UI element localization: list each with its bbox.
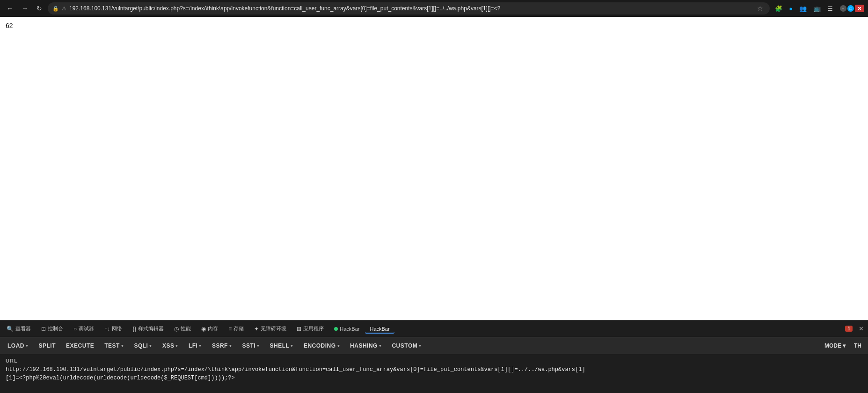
execute-button[interactable]: EXECUTE	[61, 341, 99, 351]
lfi-button[interactable]: LFI ▾	[184, 341, 206, 351]
xss-arrow: ▾	[175, 343, 178, 348]
xss-button[interactable]: XSS ▾	[158, 341, 183, 351]
tab-performance[interactable]: ◷ 性能	[169, 323, 196, 334]
performance-icon: ◷	[174, 326, 179, 332]
url-label: URL	[6, 358, 862, 364]
hashing-label: HASHING	[350, 342, 378, 349]
tab-console-label: 控制台	[48, 325, 63, 332]
hashing-arrow: ▾	[379, 343, 382, 348]
tab-debugger-label: 调试器	[79, 325, 94, 332]
reload-button[interactable]: ↻	[34, 3, 45, 14]
maximize-button[interactable]: □	[847, 5, 854, 12]
lfi-label: LFI	[189, 342, 198, 349]
bookmark-button[interactable]: ☆	[755, 4, 765, 13]
style-icon: {}	[132, 326, 136, 332]
mode-label: MODE	[824, 342, 841, 349]
apps-button[interactable]: ☰	[825, 4, 835, 14]
split-button[interactable]: SPLIT	[34, 341, 61, 351]
tab-env-label: 无障碍环境	[261, 325, 286, 332]
th-label: TH	[854, 342, 861, 349]
encoding-label: ENCODING	[304, 342, 336, 349]
tab-inspector-label: 查看器	[15, 325, 31, 332]
hashing-button[interactable]: HASHING ▾	[345, 341, 386, 351]
tab-memory-label: 内存	[208, 325, 218, 332]
tab-hackbar-icon[interactable]: HackBar	[329, 324, 364, 334]
url-text-line1: http://192.168.100.131/vulntarget/public…	[6, 366, 585, 373]
sqli-button[interactable]: SQLI ▾	[129, 341, 157, 351]
load-arrow: ▾	[26, 343, 29, 348]
tab-network[interactable]: ↑↓ 网络	[100, 323, 127, 334]
xss-label: XSS	[162, 342, 175, 349]
tab-memory[interactable]: ◉ 内存	[197, 323, 223, 334]
debugger-icon: ○	[73, 326, 77, 332]
devtools-right: 1 ✕	[845, 324, 866, 334]
close-button[interactable]: 🗙	[855, 5, 864, 12]
tab-style-editor[interactable]: {} 样式编辑器	[128, 323, 168, 334]
forward-button[interactable]: →	[19, 3, 31, 14]
hackbar-dot-icon	[334, 327, 338, 331]
tab-network-label: 网络	[112, 325, 122, 332]
env-icon: ✦	[254, 326, 259, 332]
hackbar-toolbar: LOAD ▾ SPLIT EXECUTE TEST ▾ SQLI ▾ XSS ▾…	[0, 337, 868, 354]
url-section: URL http://192.168.100.131/vulntarget/pu…	[0, 354, 868, 393]
tab-apps-label: 应用程序	[303, 325, 324, 332]
tab-storage-label: 存储	[233, 325, 244, 332]
tab-performance-label: 性能	[181, 325, 191, 332]
sqli-arrow: ▾	[149, 343, 152, 348]
shell-arrow: ▾	[291, 343, 293, 348]
console-icon: ⊡	[41, 326, 46, 332]
tab-apps[interactable]: ⊞ 应用程序	[292, 323, 328, 334]
devtools-toolbar: 🔍 查看器 ⊡ 控制台 ○ 调试器 ↑↓ 网络 {} 样式编辑器 ◷ 性能 ◉ …	[0, 320, 868, 337]
ssti-arrow: ▾	[257, 343, 260, 348]
encoding-arrow: ▾	[337, 343, 340, 348]
custom-button[interactable]: CUSTOM ▾	[387, 341, 426, 351]
tab-console[interactable]: ⊡ 控制台	[36, 323, 68, 334]
shell-label: SHELL	[270, 342, 290, 349]
ssrf-button[interactable]: SSRF ▾	[207, 341, 237, 351]
sqli-label: SQLI	[134, 342, 148, 349]
split-label: SPLIT	[39, 342, 56, 349]
test-arrow: ▾	[121, 343, 124, 348]
inspector-icon: 🔍	[7, 326, 14, 332]
tab-env[interactable]: ✦ 无障碍环境	[249, 323, 291, 334]
ssrf-arrow: ▾	[229, 343, 232, 348]
address-bar-container: 🔒 ⚠ ☆	[48, 2, 770, 15]
apps-icon: ⊞	[297, 326, 301, 332]
tab-hackbar-main[interactable]: HackBar	[365, 324, 394, 334]
ssti-label: SSTI	[242, 342, 255, 349]
tab-inspector[interactable]: 🔍 查看器	[2, 323, 36, 334]
storage-icon: ≡	[228, 326, 232, 332]
network-icon: ↑↓	[104, 326, 110, 332]
tab-style-label: 样式编辑器	[138, 325, 164, 332]
cast-button[interactable]: 📺	[811, 4, 823, 14]
url-text-line2: [1]=<?php%20eval(urldecode(urldecode(url…	[6, 375, 235, 381]
load-label: LOAD	[7, 342, 24, 349]
encoding-button[interactable]: ENCODING ▾	[299, 341, 344, 351]
tab-debugger[interactable]: ○ 调试器	[69, 323, 99, 334]
sync-button[interactable]: 👥	[797, 4, 809, 14]
memory-icon: ◉	[201, 326, 206, 332]
custom-label: CUSTOM	[392, 342, 417, 349]
ssti-button[interactable]: SSTI ▾	[237, 341, 264, 351]
lock-icon: ⚠	[62, 6, 66, 12]
profile-button[interactable]: ●	[787, 4, 795, 14]
error-badge: 1	[845, 326, 853, 332]
address-input[interactable]	[69, 5, 752, 12]
devtools-close-button[interactable]: ✕	[856, 324, 866, 334]
tab-storage[interactable]: ≡ 存储	[224, 323, 248, 334]
shell-button[interactable]: SHELL ▾	[265, 341, 298, 351]
security-icon: 🔒	[52, 6, 59, 12]
minimize-button[interactable]: −	[840, 5, 846, 12]
th-button[interactable]: TH	[850, 341, 865, 351]
back-button[interactable]: ←	[4, 3, 16, 14]
browser-chrome: ← → ↻ 🔒 ⚠ ☆ 🧩 ● 👥 📺 ☰ − □ 🗙	[0, 0, 868, 17]
page-response-text: 62	[6, 22, 13, 29]
browser-actions: 🧩 ● 👥 📺 ☰	[773, 4, 835, 14]
mode-button[interactable]: MODE ▾	[821, 341, 849, 351]
tab-hackbar-main-label: HackBar	[370, 326, 389, 332]
test-button[interactable]: TEST ▾	[100, 341, 128, 351]
load-button[interactable]: LOAD ▾	[3, 341, 33, 351]
lfi-arrow: ▾	[199, 343, 202, 348]
execute-label: EXECUTE	[66, 342, 94, 349]
extensions-button[interactable]: 🧩	[773, 4, 785, 14]
